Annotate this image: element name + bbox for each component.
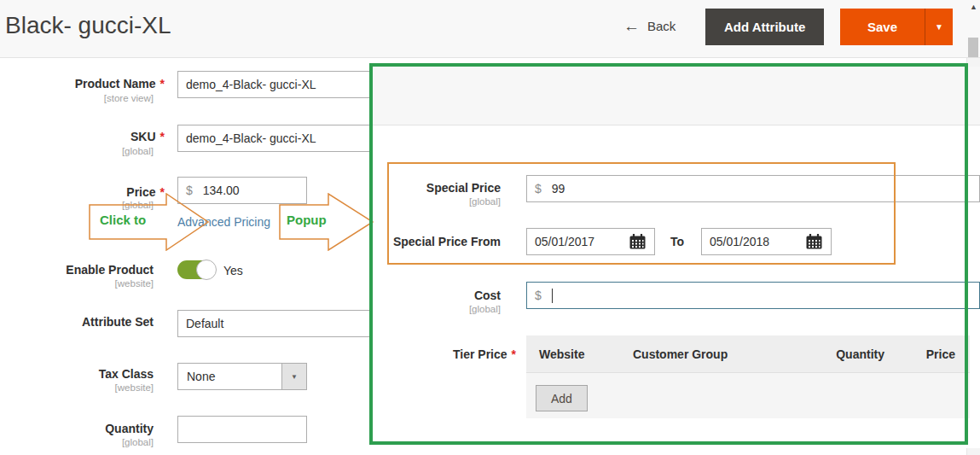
special-price-input-box: $ [526, 175, 980, 202]
column-header-quantity: Quantity [744, 347, 884, 361]
cost-label: Cost [356, 289, 501, 302]
special-price-input[interactable] [552, 176, 971, 201]
product-name-input-box [177, 71, 378, 98]
required-asterisk: * [160, 77, 165, 90]
product-name-label: Product Name* [3, 77, 165, 90]
tier-price-add-button[interactable]: Add [536, 385, 588, 411]
click-to-annotation: Click to [100, 213, 146, 227]
tier-price-label: Tier Price* [354, 347, 516, 361]
dropdown-caret-icon: ▼ [281, 364, 306, 389]
tax-class-scope: [website] [3, 382, 154, 393]
scrollbar-thumb[interactable] [968, 38, 978, 57]
currency-symbol: $ [535, 182, 542, 195]
sku-label: SKU* [3, 130, 165, 143]
special-price-label: Special Price [356, 181, 501, 195]
cost-input[interactable] [553, 283, 971, 308]
currency-symbol: $ [186, 184, 193, 197]
special-price-to-input-box [701, 228, 832, 255]
column-header-price: Price [884, 347, 970, 361]
special-price-to-input[interactable] [710, 229, 805, 254]
attribute-set-label: Attribute Set [3, 315, 154, 329]
quantity-scope: [global] [3, 437, 154, 447]
back-label: Back [647, 19, 676, 33]
special-price-scope: [global] [356, 196, 501, 207]
back-button[interactable]: ← Back [623, 18, 676, 34]
enable-product-scope: [website] [3, 278, 154, 289]
column-header-customer-group: Customer Group [633, 347, 744, 361]
sku-scope: [global] [3, 146, 154, 156]
tier-price-table: Website Customer Group Quantity Price [526, 335, 970, 418]
enable-product-label: Enable Product [3, 263, 154, 277]
enable-product-value: Yes [223, 264, 243, 277]
price-label: Price* [3, 185, 165, 199]
popup-annotation: Popup [287, 213, 327, 227]
price-input[interactable] [203, 178, 299, 203]
back-arrow-icon: ← [623, 18, 640, 34]
special-price-from-label: Special Price From [347, 235, 501, 248]
tax-class-label: Tax Class [3, 367, 154, 381]
required-asterisk: * [160, 130, 165, 143]
calendar-icon[interactable] [805, 233, 823, 250]
column-header-website: Website [526, 347, 633, 361]
price-input-box: $ [177, 177, 307, 204]
advanced-pricing-link[interactable]: Advanced Pricing [177, 215, 270, 229]
price-scope: [global] [3, 200, 154, 210]
product-name-scope: [store view] [3, 93, 154, 103]
product-edit-page: Black- gucci-XL ← Back Add Attribute Sav… [0, 0, 980, 455]
tax-class-value: None [178, 370, 281, 383]
page-title: Black- gucci-XL [5, 12, 171, 39]
product-name-input[interactable] [186, 72, 369, 97]
enable-product-toggle[interactable] [177, 260, 216, 279]
advanced-pricing-panel-header [373, 67, 980, 125]
attribute-set-input-box [177, 310, 378, 337]
quantity-input[interactable] [186, 417, 299, 442]
save-split-button: Save ▼ [840, 9, 953, 45]
add-attribute-button[interactable]: Add Attribute [705, 9, 824, 45]
quantity-label: Quantity [3, 422, 154, 435]
cost-scope: [global] [356, 304, 501, 314]
save-button[interactable]: Save [840, 9, 925, 45]
save-dropdown-button[interactable]: ▼ [925, 9, 953, 45]
scrollbar-up-icon[interactable]: ▲ [970, 3, 977, 11]
cost-input-box: $ [526, 282, 980, 309]
toggle-knob [196, 260, 217, 280]
sku-input-box [177, 125, 378, 152]
tax-class-select[interactable]: None ▼ [177, 363, 307, 390]
currency-symbol: $ [535, 289, 542, 302]
caret-down-icon: ▼ [935, 22, 943, 32]
required-asterisk: * [512, 347, 516, 361]
special-price-from-input-box [526, 228, 655, 255]
tier-price-table-header: Website Customer Group Quantity Price [526, 335, 970, 373]
required-asterisk: * [160, 185, 165, 199]
quantity-input-box [177, 416, 307, 443]
special-price-from-input[interactable] [535, 229, 629, 254]
sku-input[interactable] [186, 125, 369, 151]
special-price-to-label: To [670, 235, 696, 248]
calendar-icon[interactable] [629, 233, 647, 250]
attribute-set-input[interactable] [186, 311, 369, 336]
